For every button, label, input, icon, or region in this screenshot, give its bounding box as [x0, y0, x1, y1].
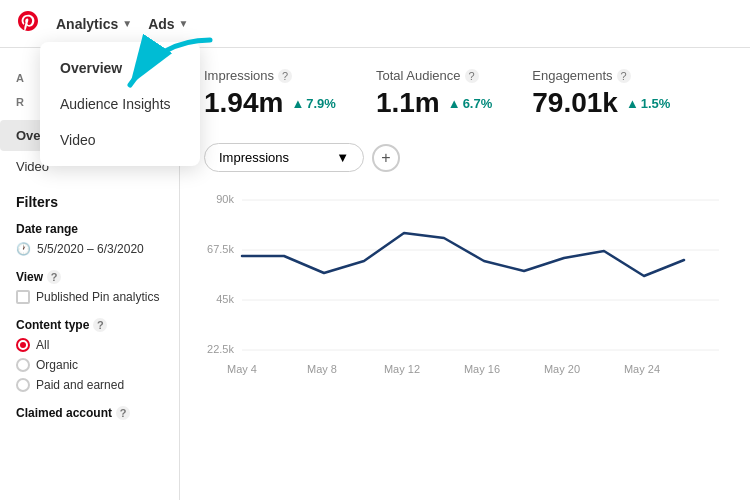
metric-impressions: Impressions ? 1.94m ▲ 7.9% [204, 68, 336, 119]
chart-wrapper: 90k 67.5k 45k 22.5k May 4 May 8 May 12 M… [204, 188, 726, 392]
svg-text:May 4: May 4 [227, 363, 257, 375]
metric-impressions-value: 1.94m ▲ 7.9% [204, 87, 336, 119]
metric-audience-value: 1.1m ▲ 6.7% [376, 87, 492, 119]
radio-organic-circle [16, 358, 30, 372]
clock-icon: 🕐 [16, 242, 31, 256]
metric-total-audience: Total Audience ? 1.1m ▲ 6.7% [376, 68, 492, 119]
dropdown-item-overview[interactable]: Overview [40, 50, 200, 86]
metric-select[interactable]: Impressions ▼ [204, 143, 364, 172]
date-range-value[interactable]: 🕐 5/5/2020 – 6/3/2020 [16, 242, 163, 256]
dropdown-item-video[interactable]: Video [40, 122, 200, 158]
metrics-row: Impressions ? 1.94m ▲ 7.9% Total Audienc… [204, 68, 726, 119]
main-content: Impressions ? 1.94m ▲ 7.9% Total Audienc… [180, 48, 750, 500]
engagements-up-icon: ▲ [626, 96, 639, 111]
audience-help-icon: ? [465, 69, 479, 83]
analytics-nav-item[interactable]: Analytics ▼ [56, 16, 132, 32]
filters-title: Filters [16, 194, 163, 210]
svg-text:22.5k: 22.5k [207, 343, 234, 355]
date-range-label: Date range [16, 222, 163, 236]
chart-controls: Impressions ▼ + [204, 143, 726, 172]
metric-engagements-value: 79.01k ▲ 1.5% [532, 87, 670, 119]
claimed-account-filter: Claimed account ? [16, 406, 163, 420]
impressions-up-icon: ▲ [291, 96, 304, 111]
engagements-change: ▲ 1.5% [626, 96, 671, 111]
published-pin-checkbox[interactable]: Published Pin analytics [16, 290, 163, 304]
svg-text:90k: 90k [216, 193, 234, 205]
svg-text:May 12: May 12 [384, 363, 420, 375]
content-type-help-icon: ? [93, 318, 107, 332]
audience-up-icon: ▲ [448, 96, 461, 111]
metric-impressions-title: Impressions ? [204, 68, 336, 83]
impressions-help-icon: ? [278, 69, 292, 83]
content-type-options: All Organic Paid and earned [16, 338, 163, 392]
svg-text:67.5k: 67.5k [207, 243, 234, 255]
view-filter: View ? Published Pin analytics [16, 270, 163, 304]
pinterest-logo [16, 9, 40, 39]
content-type-filter: Content type ? All Organic Paid and earn… [16, 318, 163, 392]
svg-text:45k: 45k [216, 293, 234, 305]
svg-text:May 24: May 24 [624, 363, 660, 375]
analytics-chevron-icon: ▼ [122, 18, 132, 29]
radio-item-paid-earned[interactable]: Paid and earned [16, 378, 163, 392]
ads-chevron-icon: ▼ [179, 18, 189, 29]
svg-text:May 20: May 20 [544, 363, 580, 375]
filters-section: Filters Date range 🕐 5/5/2020 – 6/3/2020… [0, 182, 179, 446]
radio-item-organic[interactable]: Organic [16, 358, 163, 372]
metric-audience-title: Total Audience ? [376, 68, 492, 83]
dropdown-item-audience-insights[interactable]: Audience Insights [40, 86, 200, 122]
analytics-label: Analytics [56, 16, 118, 32]
metric-engagements: Engagements ? 79.01k ▲ 1.5% [532, 68, 670, 119]
claimed-account-help-icon: ? [116, 406, 130, 420]
engagements-help-icon: ? [617, 69, 631, 83]
claimed-account-label: Claimed account ? [16, 406, 163, 420]
ads-nav-item[interactable]: Ads ▼ [148, 16, 188, 32]
svg-text:May 16: May 16 [464, 363, 500, 375]
add-metric-button[interactable]: + [372, 144, 400, 172]
radio-item-all[interactable]: All [16, 338, 163, 352]
select-chevron-icon: ▼ [336, 150, 349, 165]
impressions-change: ▲ 7.9% [291, 96, 336, 111]
top-nav: Analytics ▼ Ads ▼ [0, 0, 750, 48]
radio-all-circle [16, 338, 30, 352]
date-range-filter: Date range 🕐 5/5/2020 – 6/3/2020 [16, 222, 163, 256]
metric-engagements-title: Engagements ? [532, 68, 670, 83]
svg-text:May 8: May 8 [307, 363, 337, 375]
view-label: View ? [16, 270, 163, 284]
line-chart: 90k 67.5k 45k 22.5k May 4 May 8 May 12 M… [204, 188, 724, 388]
audience-change: ▲ 6.7% [448, 96, 493, 111]
content-type-label: Content type ? [16, 318, 163, 332]
radio-paid-circle [16, 378, 30, 392]
checkbox-box [16, 290, 30, 304]
view-help-icon: ? [47, 270, 61, 284]
ads-label: Ads [148, 16, 174, 32]
analytics-dropdown: Overview Audience Insights Video [40, 42, 200, 166]
